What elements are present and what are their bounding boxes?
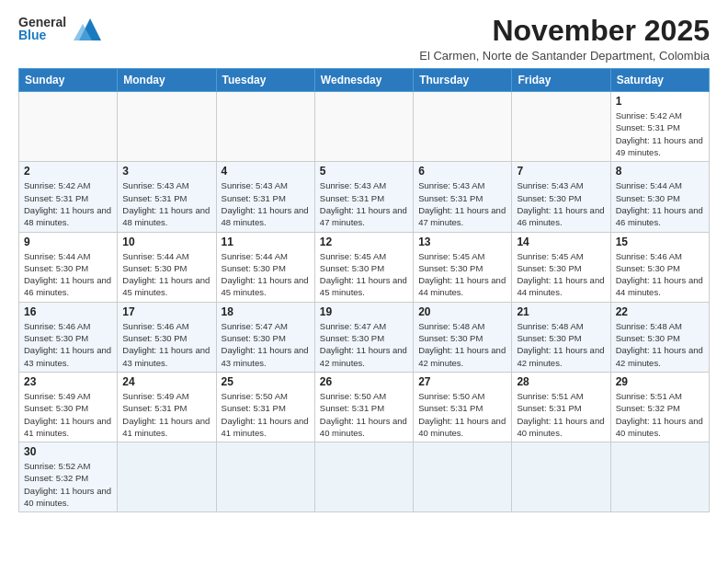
header-tuesday: Tuesday	[216, 69, 314, 92]
day-info: Sunrise: 5:46 AM Sunset: 5:30 PM Dayligh…	[616, 250, 704, 299]
calendar-cell: 24Sunrise: 5:49 AM Sunset: 5:31 PM Dayli…	[118, 372, 216, 442]
calendar-cell: 7Sunrise: 5:43 AM Sunset: 5:30 PM Daylig…	[512, 162, 610, 232]
logo-general: General	[18, 16, 66, 29]
calendar-cell: 22Sunrise: 5:48 AM Sunset: 5:30 PM Dayli…	[610, 302, 709, 372]
day-number: 19	[320, 305, 408, 318]
day-number: 21	[517, 305, 605, 318]
calendar-cell: 27Sunrise: 5:50 AM Sunset: 5:31 PM Dayli…	[414, 372, 512, 442]
calendar-cell: 1Sunrise: 5:42 AM Sunset: 5:31 PM Daylig…	[610, 92, 709, 162]
calendar-cell: 11Sunrise: 5:44 AM Sunset: 5:30 PM Dayli…	[216, 232, 314, 302]
header-friday: Friday	[512, 69, 610, 92]
day-number: 7	[517, 165, 605, 178]
day-number: 16	[24, 305, 112, 318]
day-info: Sunrise: 5:51 AM Sunset: 5:32 PM Dayligh…	[616, 390, 704, 439]
day-number: 15	[616, 236, 704, 248]
day-number: 11	[222, 236, 310, 248]
day-info: Sunrise: 5:43 AM Sunset: 5:31 PM Dayligh…	[418, 179, 506, 228]
day-number: 26	[320, 375, 408, 388]
day-info: Sunrise: 5:43 AM Sunset: 5:30 PM Dayligh…	[517, 179, 605, 228]
calendar-cell: 14Sunrise: 5:45 AM Sunset: 5:30 PM Dayli…	[512, 232, 610, 302]
calendar-week-row: 30Sunrise: 5:52 AM Sunset: 5:32 PM Dayli…	[19, 442, 710, 512]
day-info: Sunrise: 5:42 AM Sunset: 5:31 PM Dayligh…	[616, 109, 704, 158]
day-info: Sunrise: 5:48 AM Sunset: 5:30 PM Dayligh…	[517, 320, 605, 369]
calendar-cell: 17Sunrise: 5:46 AM Sunset: 5:30 PM Dayli…	[118, 302, 216, 372]
calendar-header-row: SundayMondayTuesdayWednesdayThursdayFrid…	[19, 69, 710, 92]
day-number: 13	[418, 236, 506, 248]
day-number: 2	[24, 165, 112, 178]
day-info: Sunrise: 5:52 AM Sunset: 5:32 PM Dayligh…	[24, 460, 112, 509]
day-info: Sunrise: 5:48 AM Sunset: 5:30 PM Dayligh…	[418, 320, 506, 369]
day-info: Sunrise: 5:43 AM Sunset: 5:31 PM Dayligh…	[222, 179, 310, 228]
calendar-cell: 23Sunrise: 5:49 AM Sunset: 5:30 PM Dayli…	[19, 372, 118, 442]
day-info: Sunrise: 5:44 AM Sunset: 5:30 PM Dayligh…	[122, 250, 210, 299]
day-number: 25	[222, 375, 310, 388]
calendar-cell	[19, 92, 118, 162]
day-info: Sunrise: 5:51 AM Sunset: 5:31 PM Dayligh…	[517, 390, 605, 439]
day-number: 3	[122, 165, 210, 178]
calendar-cell	[414, 92, 512, 162]
calendar-cell: 4Sunrise: 5:43 AM Sunset: 5:31 PM Daylig…	[216, 162, 314, 232]
calendar-week-row: 1Sunrise: 5:42 AM Sunset: 5:31 PM Daylig…	[19, 92, 710, 162]
calendar-cell	[414, 442, 512, 512]
calendar-cell: 3Sunrise: 5:43 AM Sunset: 5:31 PM Daylig…	[118, 162, 216, 232]
day-info: Sunrise: 5:46 AM Sunset: 5:30 PM Dayligh…	[122, 320, 210, 369]
calendar-cell: 8Sunrise: 5:44 AM Sunset: 5:30 PM Daylig…	[610, 162, 709, 232]
day-number: 29	[616, 375, 704, 388]
calendar-cell	[118, 442, 216, 512]
day-info: Sunrise: 5:44 AM Sunset: 5:30 PM Dayligh…	[616, 179, 704, 228]
day-number: 14	[517, 236, 605, 248]
day-info: Sunrise: 5:46 AM Sunset: 5:30 PM Dayligh…	[24, 320, 112, 369]
day-number: 10	[122, 236, 210, 248]
calendar-cell	[216, 442, 314, 512]
day-number: 8	[616, 165, 704, 178]
calendar-cell: 19Sunrise: 5:47 AM Sunset: 5:30 PM Dayli…	[314, 302, 413, 372]
calendar-week-row: 16Sunrise: 5:46 AM Sunset: 5:30 PM Dayli…	[19, 302, 710, 372]
calendar-cell	[118, 92, 216, 162]
calendar-cell: 15Sunrise: 5:46 AM Sunset: 5:30 PM Dayli…	[610, 232, 709, 302]
day-info: Sunrise: 5:50 AM Sunset: 5:31 PM Dayligh…	[320, 390, 408, 439]
day-info: Sunrise: 5:49 AM Sunset: 5:31 PM Dayligh…	[122, 390, 210, 439]
calendar-cell: 5Sunrise: 5:43 AM Sunset: 5:31 PM Daylig…	[314, 162, 413, 232]
header-wednesday: Wednesday	[314, 69, 413, 92]
calendar-week-row: 23Sunrise: 5:49 AM Sunset: 5:30 PM Dayli…	[19, 372, 710, 442]
calendar-cell: 13Sunrise: 5:45 AM Sunset: 5:30 PM Dayli…	[414, 232, 512, 302]
day-info: Sunrise: 5:42 AM Sunset: 5:31 PM Dayligh…	[24, 179, 112, 228]
calendar-cell: 26Sunrise: 5:50 AM Sunset: 5:31 PM Dayli…	[314, 372, 413, 442]
logo-icon	[70, 15, 105, 42]
day-number: 4	[222, 165, 310, 178]
day-number: 1	[616, 95, 704, 108]
day-info: Sunrise: 5:48 AM Sunset: 5:30 PM Dayligh…	[616, 320, 704, 369]
location-subtitle: El Carmen, Norte de Santander Department…	[419, 49, 710, 63]
day-info: Sunrise: 5:43 AM Sunset: 5:31 PM Dayligh…	[122, 179, 210, 228]
day-number: 12	[320, 236, 408, 248]
day-info: Sunrise: 5:45 AM Sunset: 5:30 PM Dayligh…	[418, 250, 506, 299]
page-header: General Blue November 2025 El Carmen, No…	[18, 15, 710, 63]
day-number: 5	[320, 165, 408, 178]
calendar-week-row: 9Sunrise: 5:44 AM Sunset: 5:30 PM Daylig…	[19, 232, 710, 302]
calendar-table: SundayMondayTuesdayWednesdayThursdayFrid…	[18, 68, 710, 512]
day-number: 24	[122, 375, 210, 388]
calendar-cell	[610, 442, 709, 512]
day-number: 18	[222, 305, 310, 318]
day-info: Sunrise: 5:43 AM Sunset: 5:31 PM Dayligh…	[320, 179, 408, 228]
day-number: 30	[24, 445, 112, 458]
day-info: Sunrise: 5:47 AM Sunset: 5:30 PM Dayligh…	[222, 320, 310, 369]
calendar-cell: 29Sunrise: 5:51 AM Sunset: 5:32 PM Dayli…	[610, 372, 709, 442]
day-info: Sunrise: 5:44 AM Sunset: 5:30 PM Dayligh…	[222, 250, 310, 299]
calendar-cell: 25Sunrise: 5:50 AM Sunset: 5:31 PM Dayli…	[216, 372, 314, 442]
calendar-cell: 2Sunrise: 5:42 AM Sunset: 5:31 PM Daylig…	[19, 162, 118, 232]
day-info: Sunrise: 5:50 AM Sunset: 5:31 PM Dayligh…	[418, 390, 506, 439]
day-number: 6	[418, 165, 506, 178]
header-thursday: Thursday	[414, 69, 512, 92]
month-title: November 2025	[419, 15, 710, 47]
logo-blue: Blue	[18, 29, 66, 41]
calendar-cell	[314, 442, 413, 512]
logo: General Blue	[18, 15, 105, 42]
day-number: 17	[122, 305, 210, 318]
calendar-cell: 21Sunrise: 5:48 AM Sunset: 5:30 PM Dayli…	[512, 302, 610, 372]
day-number: 28	[517, 375, 605, 388]
day-number: 20	[418, 305, 506, 318]
day-info: Sunrise: 5:45 AM Sunset: 5:30 PM Dayligh…	[320, 250, 408, 299]
calendar-cell: 6Sunrise: 5:43 AM Sunset: 5:31 PM Daylig…	[414, 162, 512, 232]
calendar-cell	[512, 442, 610, 512]
